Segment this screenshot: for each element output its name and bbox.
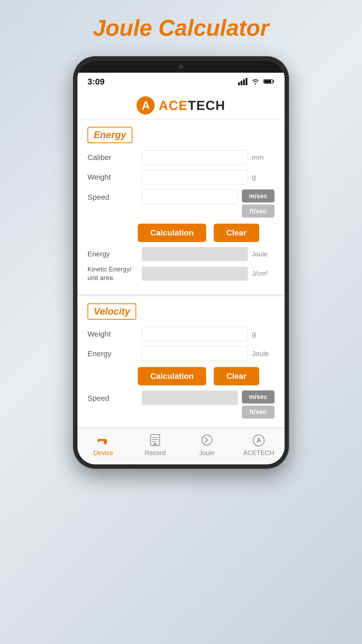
energy-result-field — [142, 247, 248, 261]
page-title: Joule Calculator — [93, 15, 269, 41]
velocity-weight-unit: g — [252, 330, 275, 338]
energy-speed-input[interactable] — [142, 189, 238, 204]
velocity-calculation-button[interactable]: Calculation — [138, 367, 206, 385]
energy-weight-row: Weight g — [87, 170, 275, 184]
velocity-weight-label: Weight — [87, 330, 138, 338]
brand-ace: ACE — [159, 98, 188, 113]
energy-result-label: Energy — [87, 250, 138, 258]
nav-item-joule[interactable]: Joule — [188, 434, 226, 457]
nav-label-device: Device — [93, 449, 113, 457]
nav-label-acetech: ACETECH — [243, 449, 274, 457]
svg-point-11 — [202, 435, 212, 445]
brand-name: ACETECH — [159, 98, 225, 113]
ke-result-field — [142, 267, 248, 281]
svg-rect-1 — [273, 80, 274, 83]
caliber-label: Caliber — [87, 153, 138, 162]
record-icon — [149, 434, 162, 447]
svg-rect-3 — [98, 440, 99, 442]
velocity-energy-input[interactable] — [142, 346, 248, 361]
nav-label-joule: Joule — [199, 449, 215, 457]
energy-speed-label: Speed — [87, 189, 138, 202]
acetech-nav-icon: A — [252, 434, 265, 447]
velocity-weight-input[interactable] — [142, 327, 248, 341]
status-bar: 3:09 — [77, 73, 285, 90]
nav-label-record: Record — [145, 449, 166, 457]
content-area: Energy Caliber mm Weight g Speed — [77, 120, 285, 429]
velocity-section: Velocity Weight g Energy Joule Calculati… — [77, 296, 285, 429]
energy-result-row: Energy Joule — [87, 247, 275, 261]
energy-section: Energy Caliber mm Weight g Speed — [77, 120, 285, 296]
svg-text:A: A — [255, 436, 262, 444]
signal-icon — [238, 78, 247, 85]
ke-result-row: Kinetic Energy/ unit area J/cm² — [87, 265, 275, 282]
svg-point-5 — [105, 443, 106, 444]
caliber-unit: mm — [252, 153, 275, 162]
velocity-energy-label: Energy — [87, 349, 138, 358]
status-icons — [238, 78, 275, 85]
ke-result-unit: J/cm² — [252, 270, 275, 277]
caliber-row: Caliber mm — [87, 150, 275, 165]
energy-msec-button[interactable]: m/sec — [242, 189, 275, 203]
velocity-speed-result-field — [142, 390, 238, 405]
caliber-input[interactable] — [142, 150, 248, 165]
camera-bar — [77, 61, 285, 73]
energy-result-unit: Joule — [252, 250, 275, 258]
logo-letter: A — [141, 99, 151, 112]
brand-tech: TECH — [188, 98, 225, 113]
velocity-energy-row: Energy Joule — [87, 346, 275, 361]
energy-section-title-box: Energy — [87, 127, 132, 143]
energy-weight-unit: g — [252, 173, 275, 181]
ke-result-label: Kinetic Energy/ unit area — [87, 265, 138, 282]
energy-clear-button[interactable]: Clear — [214, 224, 259, 242]
phone-screen: 3:09 — [77, 61, 285, 464]
velocity-energy-unit: Joule — [252, 350, 275, 358]
energy-weight-input[interactable] — [142, 170, 248, 184]
device-icon — [97, 434, 110, 447]
energy-unit-buttons: m/sec ft/sec — [242, 189, 275, 218]
bottom-nav: Device Record — [77, 429, 285, 464]
battery-icon — [263, 79, 275, 84]
phone-shell: 3:09 — [73, 56, 289, 469]
velocity-section-title: Velocity — [94, 306, 130, 317]
energy-calculation-button[interactable]: Calculation — [138, 224, 206, 242]
nav-item-acetech[interactable]: A ACETECH — [240, 434, 278, 457]
wifi-icon — [251, 78, 260, 85]
velocity-msec-button[interactable]: m/sec — [242, 390, 275, 404]
velocity-action-row: Calculation Clear — [87, 367, 275, 385]
logo-circle: A — [137, 96, 155, 114]
velocity-speed-row: Speed m/sec ft/sec — [87, 390, 275, 419]
velocity-unit-buttons: m/sec ft/sec — [242, 390, 275, 419]
energy-ftsec-button[interactable]: ft/sec — [242, 205, 275, 218]
energy-weight-label: Weight — [87, 173, 138, 181]
velocity-clear-button[interactable]: Clear — [214, 367, 259, 385]
velocity-section-title-box: Velocity — [87, 303, 136, 320]
velocity-ftsec-button[interactable]: ft/sec — [242, 406, 275, 419]
nav-item-record[interactable]: Record — [136, 434, 174, 457]
velocity-weight-row: Weight g — [87, 327, 275, 341]
energy-action-row: Calculation Clear — [87, 224, 275, 242]
energy-speed-input-wrap — [142, 189, 238, 204]
energy-speed-row: Speed m/sec ft/sec — [87, 189, 275, 218]
joule-icon — [200, 434, 213, 447]
nav-item-device[interactable]: Device — [84, 434, 122, 457]
velocity-speed-result-wrap — [142, 390, 238, 405]
camera-dot — [179, 64, 183, 69]
app-header: A ACETECH — [77, 90, 285, 120]
velocity-speed-label: Speed — [87, 390, 138, 403]
energy-section-title: Energy — [94, 130, 126, 140]
svg-rect-2 — [264, 80, 271, 83]
status-time: 3:09 — [87, 77, 105, 87]
